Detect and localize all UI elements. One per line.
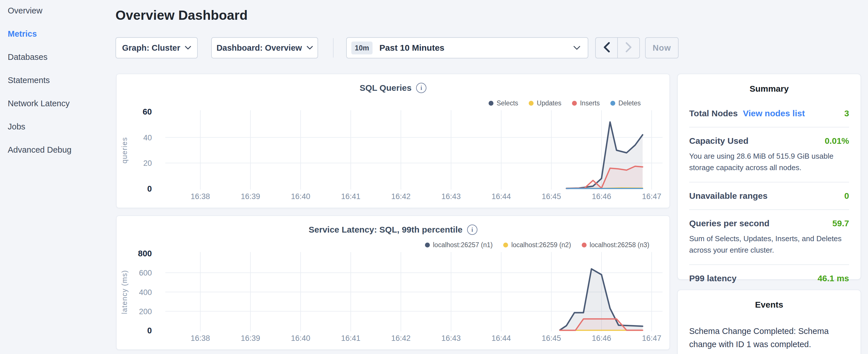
svg-text:16:42: 16:42 — [391, 192, 411, 201]
dashboard-selector-label: Dashboard: Overview — [216, 43, 302, 53]
sidebar: OverviewMetricsDatabasesStatementsNetwor… — [0, 0, 115, 354]
summary-description: You are using 28.6 MiB of 515.9 GiB usab… — [689, 150, 849, 173]
summary-row-queries-per-second: Queries per second59.7Sum of Selects, Up… — [689, 219, 849, 256]
svg-text:0: 0 — [147, 184, 152, 193]
summary-title: Summary — [689, 84, 849, 94]
svg-text:0: 0 — [147, 326, 152, 335]
events-title: Events — [689, 300, 849, 310]
time-range-badge: 10m — [351, 41, 373, 55]
summary-value: 59.7 — [833, 219, 849, 228]
chevron-down-icon — [185, 46, 191, 50]
chevron-left-icon — [603, 42, 610, 54]
time-range-dropdown[interactable]: 10m Past 10 Minutes — [346, 37, 588, 58]
summary-label: Total Nodes — [689, 108, 738, 118]
summary-row-total-nodes: Total NodesView nodes list3 — [689, 108, 849, 118]
next-time-range-button[interactable] — [618, 38, 639, 58]
summary-label: P99 latency — [689, 273, 737, 283]
summary-value: 3 — [844, 108, 849, 118]
time-step-buttons — [595, 37, 640, 58]
event-item: Schema Change Completed: Schema change w… — [689, 324, 849, 354]
svg-text:40: 40 — [143, 133, 152, 142]
svg-text:16:44: 16:44 — [492, 192, 511, 201]
svg-text:16:41: 16:41 — [341, 334, 361, 343]
view-nodes-list-link[interactable]: View nodes list — [743, 108, 805, 118]
svg-text:400: 400 — [139, 288, 152, 297]
summary-row-unavailable-ranges: Unavailable ranges0 — [689, 191, 849, 201]
sidebar-item-metrics[interactable]: Metrics — [8, 30, 115, 38]
svg-text:16:46: 16:46 — [592, 192, 611, 201]
service-latency-chart[interactable]: 16:3816:3916:4016:4116:4216:4316:4416:45… — [117, 216, 671, 351]
summary-label: Capacity Used — [689, 136, 748, 146]
summary-label: Unavailable ranges — [689, 191, 767, 201]
summary-row-p99-latency: P99 latency46.1 ms — [689, 273, 849, 283]
sidebar-item-statements[interactable]: Statements — [8, 76, 115, 85]
page-title: Overview Dashboard — [116, 7, 248, 23]
chevron-down-icon — [574, 46, 580, 50]
svg-text:latency (ms): latency (ms) — [120, 270, 128, 314]
svg-text:16:40: 16:40 — [291, 192, 310, 201]
svg-text:16:44: 16:44 — [492, 334, 511, 343]
sql-queries-chart-card: SQL Queries i SelectsUpdatesInsertsDelet… — [116, 74, 670, 208]
svg-text:16:45: 16:45 — [541, 192, 561, 201]
summary-divider — [689, 127, 849, 127]
svg-text:16:39: 16:39 — [241, 334, 260, 343]
svg-text:800: 800 — [138, 249, 152, 258]
sidebar-item-advanced-debug[interactable]: Advanced Debug — [8, 146, 115, 154]
svg-text:20: 20 — [143, 159, 152, 167]
svg-text:600: 600 — [139, 269, 152, 277]
svg-text:200: 200 — [139, 307, 152, 316]
svg-text:16:43: 16:43 — [441, 334, 461, 343]
sidebar-item-databases[interactable]: Databases — [8, 53, 115, 61]
events-panel: Events Schema Change Completed: Schema c… — [677, 290, 861, 354]
summary-panel: Summary Total NodesView nodes list3Capac… — [677, 74, 861, 280]
summary-value: 46.1 ms — [817, 273, 849, 283]
svg-text:60: 60 — [143, 107, 152, 116]
sidebar-item-jobs[interactable]: Jobs — [8, 122, 115, 131]
dashboard-selector-dropdown[interactable]: Dashboard: Overview — [211, 37, 318, 58]
sidebar-item-overview[interactable]: Overview — [8, 6, 115, 15]
service-latency-chart-card: Service Latency: SQL, 99th percentile i … — [116, 215, 670, 350]
svg-text:16:47: 16:47 — [642, 334, 661, 343]
svg-text:16:40: 16:40 — [291, 334, 310, 343]
summary-description: Sum of Selects, Updates, Inserts, and De… — [689, 233, 849, 256]
graph-selector-dropdown[interactable]: Graph: Cluster — [116, 37, 198, 58]
svg-text:16:41: 16:41 — [341, 192, 361, 201]
event-text: Schema Change Completed: Schema change w… — [689, 324, 849, 351]
svg-text:16:38: 16:38 — [191, 192, 210, 201]
svg-text:16:39: 16:39 — [241, 192, 260, 201]
svg-text:16:45: 16:45 — [541, 334, 561, 343]
summary-value: 0 — [844, 191, 849, 201]
summary-divider — [689, 210, 849, 210]
svg-text:16:42: 16:42 — [391, 334, 411, 343]
sidebar-item-network-latency[interactable]: Network Latency — [8, 99, 115, 108]
summary-label: Queries per second — [689, 219, 769, 228]
toolbar-divider — [333, 38, 334, 58]
svg-text:16:43: 16:43 — [441, 192, 461, 201]
now-button[interactable]: Now — [645, 37, 679, 58]
summary-row-capacity-used: Capacity Used0.01%You are using 28.6 MiB… — [689, 136, 849, 173]
sql-queries-chart[interactable]: 16:3816:3916:4016:4116:4216:4316:4416:45… — [117, 74, 671, 209]
svg-text:16:47: 16:47 — [642, 192, 661, 201]
summary-divider — [689, 182, 849, 183]
svg-text:queries: queries — [120, 137, 128, 164]
time-range-label: Past 10 Minutes — [379, 43, 444, 53]
summary-divider — [689, 264, 849, 265]
chevron-right-icon — [625, 42, 632, 54]
svg-text:16:46: 16:46 — [592, 334, 611, 343]
svg-text:16:38: 16:38 — [191, 334, 210, 343]
previous-time-range-button[interactable] — [596, 38, 618, 58]
summary-value: 0.01% — [825, 136, 849, 146]
graph-selector-label: Graph: Cluster — [122, 43, 180, 53]
chevron-down-icon — [307, 46, 313, 50]
